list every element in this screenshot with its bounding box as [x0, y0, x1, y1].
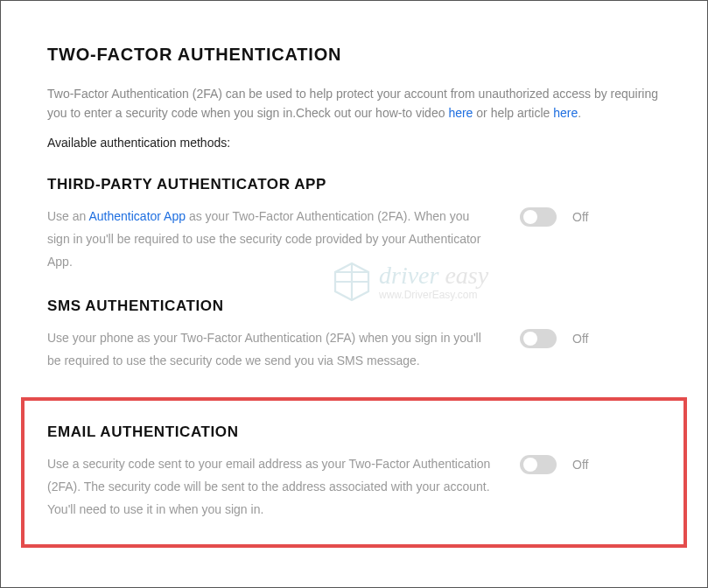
- email-title: EMAIL AUTHENTICATION: [47, 424, 661, 441]
- sms-toggle[interactable]: [520, 329, 557, 348]
- help-article-link[interactable]: here: [553, 106, 578, 120]
- email-toggle-wrap: Off: [520, 453, 588, 474]
- thirdparty-title: THIRD-PARTY AUTHENTICATOR APP: [47, 176, 661, 193]
- thirdparty-text: Use an Authenticator App as your Two-Fac…: [47, 206, 494, 274]
- sms-toggle-wrap: Off: [520, 327, 588, 348]
- email-toggle-label: Off: [572, 458, 588, 472]
- thirdparty-toggle-label: Off: [572, 210, 588, 224]
- desc-text-2: or help article: [473, 106, 553, 120]
- sms-body: Use your phone as your Two-Factor Authen…: [47, 327, 661, 373]
- section-thirdparty: THIRD-PARTY AUTHENTICATOR APP Use an Aut…: [47, 176, 661, 298]
- sms-text: Use your phone as your Two-Factor Authen…: [47, 327, 494, 373]
- thirdparty-body: Use an Authenticator App as your Two-Fac…: [47, 206, 661, 274]
- authenticator-app-link[interactable]: Authenticator App: [88, 209, 186, 223]
- sms-toggle-label: Off: [572, 332, 588, 346]
- section-sms: SMS AUTHENTICATION Use your phone as you…: [47, 298, 661, 397]
- page-title: TWO-FACTOR AUTHENTICATION: [47, 45, 661, 65]
- available-methods-label: Available authentication methods:: [47, 136, 661, 150]
- page-description: Two-Factor Authentication (2FA) can be u…: [47, 84, 661, 123]
- email-text: Use a security code sent to your email a…: [47, 453, 494, 522]
- toggle-knob-icon: [523, 332, 537, 346]
- thirdparty-toggle-wrap: Off: [520, 206, 588, 227]
- desc-text-3: .: [578, 106, 581, 120]
- section-email: EMAIL AUTHENTICATION Use a security code…: [21, 397, 687, 548]
- toggle-knob-icon: [523, 458, 537, 472]
- email-body: Use a security code sent to your email a…: [47, 453, 661, 522]
- settings-panel: TWO-FACTOR AUTHENTICATION Two-Factor Aut…: [0, 0, 708, 588]
- email-toggle[interactable]: [520, 455, 557, 474]
- sms-title: SMS AUTHENTICATION: [47, 298, 661, 315]
- toggle-knob-icon: [523, 210, 537, 224]
- howto-video-link[interactable]: here: [448, 106, 473, 120]
- thirdparty-text-1: Use an: [47, 209, 88, 223]
- thirdparty-toggle[interactable]: [520, 207, 557, 227]
